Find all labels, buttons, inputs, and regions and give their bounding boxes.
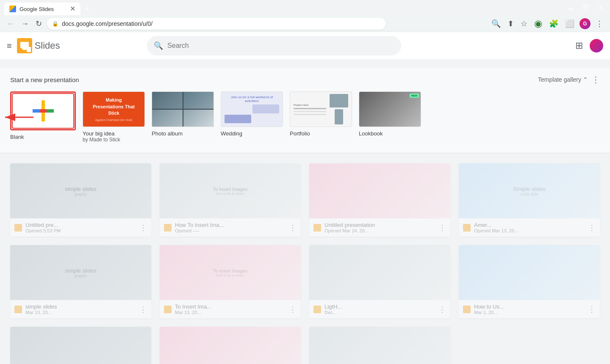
file-more-button[interactable]: ⋮	[438, 305, 446, 314]
template-gallery-button[interactable]: Template gallery ⌃	[538, 76, 588, 83]
recent-item[interactable]: LigtH... Dec... ⋮	[309, 245, 450, 318]
extension-icon-2[interactable]: 🧩	[547, 17, 560, 30]
recent-item[interactable]: Untitled presentation Opened Mar 14, 20.…	[309, 163, 450, 237]
file-name: To Insert Ima...	[175, 303, 286, 310]
file-details: simple slides Mar 13, 20...	[25, 303, 136, 315]
file-name: How To Insert Ima...	[175, 222, 286, 228]
wedding-thumb: Join us for a full weekend of activities…	[221, 91, 283, 127]
search-input[interactable]	[167, 42, 394, 50]
recent-item[interactable]: simple slides graphic Untitled pre... Op…	[10, 163, 151, 237]
new-tab-button[interactable]: +	[81, 5, 93, 14]
recent-item[interactable]: simple slides graphic simple slides Mar …	[10, 245, 151, 318]
back-button[interactable]: ←	[5, 18, 16, 30]
file-details: To Insert Ima... Mar 13, 20...	[175, 303, 286, 315]
url-text: docs.google.com/presentation/u/0/	[62, 20, 152, 27]
user-avatar[interactable]	[590, 39, 603, 52]
file-more-button[interactable]: ⋮	[139, 305, 147, 314]
profile-avatar[interactable]: G	[580, 18, 591, 29]
recent-thumb	[309, 245, 450, 300]
file-details: Amer... Opened Mar 13, 20...	[474, 222, 585, 233]
forward-button[interactable]: →	[19, 18, 30, 30]
recent-thumb: simple slides graphic	[10, 163, 151, 218]
recent-item[interactable]: Untitled pre... ----	[309, 327, 450, 364]
window-controls: 🗕 🗗 ✕	[564, 3, 610, 15]
recent-item[interactable]: How to Us... Mar 1, 20... ⋮	[459, 245, 600, 318]
extension-icon-1[interactable]: ◉	[532, 17, 544, 31]
app-name: Slides	[35, 40, 60, 51]
svg-rect-1	[20, 42, 29, 48]
big-idea-thumb: MakingPresentations ThatStick Applied Ch…	[83, 91, 145, 127]
reload-button[interactable]: ↻	[34, 17, 44, 30]
file-name: How to Us...	[474, 303, 585, 310]
grid-view-icon[interactable]: ⊞	[575, 40, 583, 51]
recent-thumb	[160, 327, 301, 364]
template-item-photo-album[interactable]: Photo album	[152, 91, 214, 137]
file-more-button[interactable]: ⋮	[289, 223, 297, 232]
file-more-button[interactable]: ⋮	[139, 223, 147, 232]
template-more-button[interactable]: ⋮	[591, 74, 600, 85]
split-view-icon[interactable]: ⬜	[563, 17, 576, 30]
file-icon	[313, 224, 321, 232]
recent-item[interactable]: To Insert Images from a file to slides H…	[160, 163, 301, 237]
window-minimize-button[interactable]: 🗕	[564, 3, 577, 12]
header-actions: ⊞	[575, 39, 603, 52]
file-name: LigtH...	[324, 303, 435, 310]
recent-info: Untitled presentation Opened Mar 14, 20.…	[309, 218, 450, 237]
recent-thumb: simple slides graphic	[10, 245, 151, 300]
file-icon	[14, 306, 22, 313]
tab-close-button[interactable]: ✕	[70, 6, 75, 12]
template-item-portfolio[interactable]: Project name Portfolio	[290, 91, 352, 137]
window-close-button[interactable]: ✕	[594, 3, 607, 13]
recent-item[interactable]: Simple slides a title slide Amer... Open…	[459, 163, 600, 237]
recent-thumb	[10, 327, 151, 364]
app-logo[interactable]: Slides	[17, 38, 60, 53]
tab-title: Google Slides	[19, 6, 67, 12]
recent-thumb	[309, 327, 450, 364]
recent-thumb	[459, 245, 600, 300]
recent-item[interactable]: How To Sho... ----	[10, 327, 151, 364]
search-bar[interactable]: 🔍	[147, 36, 401, 55]
file-details: LigtH... Dec...	[324, 303, 435, 315]
template-section-title: Start a new presentation	[10, 76, 79, 83]
recent-info: Untitled pre... Opened 5:53 PM ⋮	[10, 218, 151, 237]
templates-row: Blank MakingPresentations ThatStick Appl…	[10, 91, 421, 143]
share-icon[interactable]: ⬆	[506, 17, 516, 30]
lookbook-badge: NEW	[410, 94, 419, 98]
active-tab[interactable]: Google Slides ✕	[4, 3, 80, 15]
file-date: Opened ----	[175, 228, 286, 233]
file-more-button[interactable]: ⋮	[289, 305, 297, 314]
recent-info: How To Insert Ima... Opened ---- ⋮	[160, 218, 301, 237]
file-more-button[interactable]: ⋮	[438, 223, 446, 232]
recent-grid: simple slides graphic Untitled pre... Op…	[10, 163, 600, 364]
window-restore-button[interactable]: 🗗	[579, 3, 593, 12]
file-details: Untitled presentation Opened Mar 14, 20.…	[324, 222, 435, 233]
file-more-button[interactable]: ⋮	[588, 223, 596, 232]
app-header: ≡ Slides 🔍 ⊞	[0, 32, 610, 59]
browser-chrome: Google Slides ✕ + 🗕 🗗 ✕ ← → ↻ 🔒 docs.goo…	[0, 0, 610, 32]
file-icon	[463, 306, 471, 313]
main-content: Start a new presentation Template galler…	[0, 59, 610, 364]
recent-thumb: Simple slides a title slide	[459, 163, 600, 218]
file-icon	[164, 224, 172, 232]
file-icon	[313, 306, 321, 313]
file-details: How to Us... Mar 1, 20...	[474, 303, 585, 315]
svg-rect-9	[47, 109, 54, 113]
template-item-lookbook[interactable]: NEW Lookbook	[359, 91, 421, 137]
template-item-wedding[interactable]: Join us for a full weekend of activities…	[221, 91, 283, 137]
recent-info: simple slides Mar 13, 20... ⋮	[10, 300, 151, 318]
file-more-button[interactable]: ⋮	[588, 305, 596, 314]
chrome-menu-icon[interactable]: ⋮	[594, 17, 605, 30]
url-bar[interactable]: 🔒 docs.google.com/presentation/u/0/	[47, 18, 386, 30]
lookbook-thumb: NEW	[359, 91, 421, 127]
hamburger-menu-button[interactable]: ≡	[7, 41, 12, 51]
file-name: Untitled pre...	[25, 222, 136, 228]
template-item-big-idea[interactable]: MakingPresentations ThatStick Applied Ch…	[83, 91, 145, 143]
recent-item[interactable]: To Insert Images from a file to slides T…	[160, 245, 301, 318]
recent-item[interactable]: How To As... ----	[160, 327, 301, 364]
red-arrow	[2, 110, 36, 125]
file-date: Opened 5:53 PM	[25, 228, 136, 233]
photo-album-label: Photo album	[152, 130, 214, 137]
search-icon[interactable]: 🔍	[490, 17, 502, 30]
bookmark-icon[interactable]: ☆	[519, 17, 529, 30]
file-icon	[164, 306, 172, 313]
